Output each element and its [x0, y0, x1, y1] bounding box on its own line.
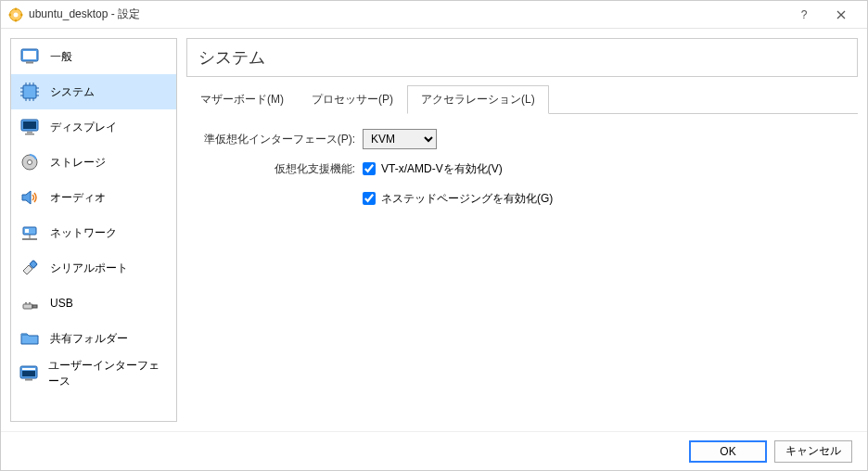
- tab-processor[interactable]: プロセッサー(P): [298, 85, 407, 114]
- cancel-button[interactable]: キャンセル: [774, 440, 852, 463]
- sidebar-item-usb[interactable]: USB: [11, 286, 176, 321]
- ui-icon: [19, 363, 39, 385]
- paravirt-label: 準仮想化インターフェース(P):: [196, 132, 363, 147]
- svg-point-29: [28, 160, 32, 165]
- general-icon: [19, 45, 41, 68]
- content: 一般 システム ディスプレイ ストレージ オーディオ: [1, 29, 867, 431]
- tabs-container: マザーボード(M) プロセッサー(P) アクセラレーション(L) 準仮想化インタ…: [186, 84, 858, 229]
- sidebar: 一般 システム ディスプレイ ストレージ オーディオ: [10, 38, 177, 422]
- folder-icon: [19, 327, 41, 350]
- main-panel: システム マザーボード(M) プロセッサー(P) アクセラレーション(L) 準仮…: [186, 38, 858, 422]
- serial-icon: [19, 257, 41, 279]
- sidebar-item-label: シリアルポート: [50, 261, 128, 276]
- tab-body: 準仮想化インターフェース(P): KVM 仮想化支援機能: VT-x/AMD-V…: [186, 114, 858, 229]
- sidebar-item-label: オーディオ: [50, 190, 106, 206]
- sidebar-item-serial[interactable]: シリアルポート: [11, 250, 176, 286]
- panel-title: システム: [186, 38, 858, 77]
- svg-rect-27: [25, 134, 34, 135]
- display-icon: [19, 116, 41, 138]
- svg-rect-41: [22, 371, 35, 376]
- nested-checkbox[interactable]: [363, 192, 376, 205]
- row-paravirt: 準仮想化インターフェース(P): KVM: [196, 127, 849, 151]
- row-hwvirt: 仮想化支援機能: VT-x/AMD-Vを有効化(V): [196, 157, 849, 181]
- vtx-label: VT-x/AMD-Vを有効化(V): [381, 161, 503, 177]
- footer: OK キャンセル: [1, 431, 867, 470]
- usb-icon: [19, 292, 41, 314]
- svg-rect-37: [25, 302, 27, 304]
- nested-label: ネステッドページングを有効化(G): [381, 191, 553, 207]
- vtx-checkbox-wrap[interactable]: VT-x/AMD-Vを有効化(V): [363, 161, 503, 177]
- svg-rect-25: [23, 121, 36, 129]
- tabs: マザーボード(M) プロセッサー(P) アクセラレーション(L): [186, 84, 858, 114]
- sidebar-item-label: 共有フォルダー: [50, 331, 128, 347]
- sidebar-item-shared-folders[interactable]: 共有フォルダー: [11, 321, 176, 356]
- storage-icon: [19, 151, 41, 173]
- sidebar-item-label: システム: [50, 84, 95, 100]
- close-button[interactable]: [823, 2, 860, 28]
- svg-rect-26: [27, 132, 32, 134]
- titlebar: ubuntu_desktop - 設定 ?: [1, 1, 867, 29]
- sidebar-item-system[interactable]: システム: [11, 74, 176, 109]
- audio-icon: [19, 186, 41, 209]
- sidebar-item-ui[interactable]: ユーザーインターフェース: [11, 356, 176, 391]
- svg-rect-10: [26, 62, 33, 64]
- hwvirt-label: 仮想化支援機能:: [196, 161, 363, 177]
- sidebar-item-display[interactable]: ディスプレイ: [11, 109, 176, 145]
- sidebar-item-label: ストレージ: [50, 155, 106, 171]
- svg-rect-40: [22, 368, 35, 370]
- svg-rect-42: [25, 379, 32, 381]
- svg-rect-35: [23, 304, 32, 309]
- tab-motherboard[interactable]: マザーボード(M): [186, 85, 298, 114]
- ok-button[interactable]: OK: [689, 440, 767, 463]
- svg-rect-33: [22, 238, 37, 240]
- sidebar-item-general[interactable]: 一般: [11, 39, 176, 74]
- svg-rect-36: [32, 305, 37, 308]
- svg-point-1: [14, 12, 19, 17]
- help-button[interactable]: ?: [785, 2, 823, 28]
- svg-rect-31: [25, 229, 29, 233]
- sidebar-item-label: USB: [50, 297, 73, 310]
- tab-acceleration[interactable]: アクセラレーション(L): [407, 85, 549, 114]
- nested-checkbox-wrap[interactable]: ネステッドページングを有効化(G): [363, 191, 553, 207]
- sidebar-item-label: ネットワーク: [50, 225, 117, 241]
- svg-rect-38: [29, 302, 31, 304]
- system-icon: [19, 81, 41, 103]
- app-icon: [8, 7, 23, 22]
- paravirt-select[interactable]: KVM: [363, 129, 437, 149]
- window-title: ubuntu_desktop - 設定: [29, 6, 785, 22]
- sidebar-item-label: ディスプレイ: [50, 120, 117, 135]
- sidebar-item-label: ユーザーインターフェース: [48, 358, 169, 389]
- sidebar-item-network[interactable]: ネットワーク: [11, 215, 176, 250]
- svg-rect-9: [23, 51, 36, 59]
- network-icon: [19, 222, 41, 244]
- sidebar-item-label: 一般: [50, 49, 72, 65]
- vtx-checkbox[interactable]: [363, 162, 376, 175]
- sidebar-item-storage[interactable]: ストレージ: [11, 145, 176, 180]
- svg-rect-11: [23, 85, 36, 98]
- sidebar-item-audio[interactable]: オーディオ: [11, 180, 176, 215]
- row-nested: ネステッドページングを有効化(G): [196, 186, 849, 210]
